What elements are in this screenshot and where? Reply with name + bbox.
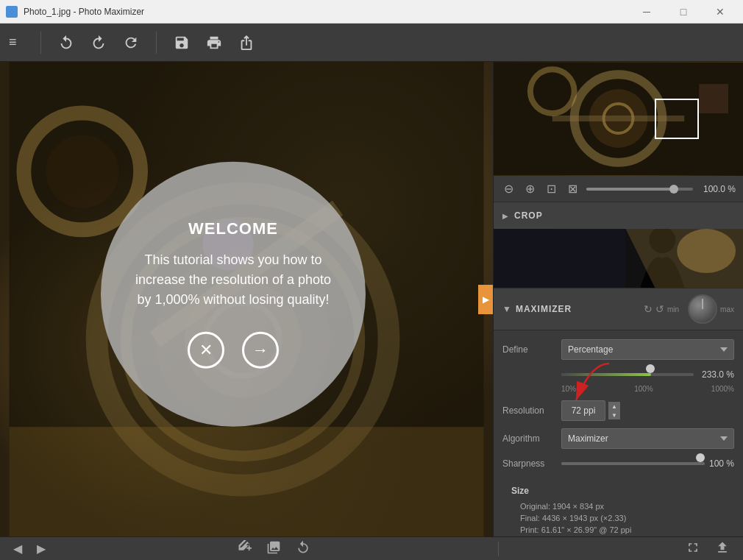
maximizer-reset-icon[interactable]: ↺: [655, 303, 664, 315]
menu-button[interactable]: ≡: [9, 35, 17, 50]
sharpness-value: 100 %: [705, 458, 734, 469]
maximizer-section: ▼ MAXIMIZER ↻ ↺ min max Define Pe: [494, 288, 743, 536]
maximizer-knob[interactable]: [688, 294, 717, 324]
sharpness-label: Sharpness: [502, 458, 561, 469]
svg-rect-7: [10, 427, 484, 536]
title-bar: Photo_1.jpg - Photo Maximizer ─ □ ✕: [0, 0, 743, 24]
preview-thumbnail[interactable]: [494, 62, 743, 176]
rotate-button[interactable]: [291, 539, 315, 559]
tutorial-next-button[interactable]: →: [242, 332, 279, 369]
define-label: Define: [502, 344, 561, 355]
export-result-icon: [715, 540, 730, 555]
final-size-row: Final: 4436 × 1943 px (×2.33): [511, 514, 725, 522]
maximizer-labels: ↻ ↺ min max: [644, 294, 734, 324]
zoom-slider-thumb: [669, 185, 678, 194]
panel-scroll-arrow[interactable]: ▶: [478, 285, 493, 314]
define-row: Define Percentage: [502, 339, 734, 360]
prev-image-button[interactable]: ◀: [9, 540, 26, 557]
save-icon: [174, 35, 190, 51]
add-photo-icon: [237, 540, 252, 555]
resolution-up-button[interactable]: ▲: [608, 402, 620, 411]
next-image-button[interactable]: ▶: [32, 540, 50, 557]
maximizer-min-label: min: [667, 305, 679, 313]
resolution-input-wrap: ▲ ▼: [561, 400, 620, 421]
sharpness-row: Sharpness 100 %: [502, 456, 734, 471]
toolbar: ≡: [0, 24, 743, 62]
original-value: 1904 × 834 px: [552, 502, 604, 511]
add-photo-button[interactable]: [232, 539, 256, 559]
resolution-input[interactable]: [561, 400, 605, 421]
maximizer-refresh-icon[interactable]: ↻: [644, 303, 653, 315]
sharpness-slider[interactable]: [561, 456, 705, 471]
bottom-tools-right: [681, 539, 734, 559]
save-button[interactable]: [168, 29, 195, 56]
close-button[interactable]: ✕: [703, 0, 737, 24]
percentage-value: 233.0 %: [694, 369, 734, 380]
algorithm-row: Algorithm Maximizer: [502, 428, 734, 449]
export-icon: [238, 35, 255, 51]
rotate-icon: [296, 540, 310, 555]
print-button[interactable]: [201, 29, 227, 56]
crop-preview: [494, 229, 743, 288]
redo-icon: [90, 35, 107, 51]
redo-button[interactable]: [85, 29, 112, 56]
tutorial-close-button[interactable]: ✕: [188, 332, 224, 369]
main-layout: WELCOME This tutorial shows you how to i…: [0, 62, 743, 536]
bottom-separator: [498, 542, 499, 556]
undo-button[interactable]: [53, 29, 79, 56]
print-size-row: Print: 61.61" × 26.99" @ 72 ppi: [511, 525, 725, 534]
size-section: Size Original: 1904 × 834 px Final: 4436…: [502, 478, 734, 536]
svg-point-22: [677, 229, 736, 273]
tutorial-title: WELCOME: [188, 219, 278, 238]
knob-indicator: [702, 299, 703, 309]
thumbnail-selector[interactable]: [655, 99, 699, 139]
crop-preview-graphic: [494, 229, 743, 288]
maximizer-content: Define Percentage 233.0 %: [494, 330, 743, 536]
pct-label-100: 100%: [634, 385, 653, 393]
fit-width-button[interactable]: ⊠: [565, 180, 580, 197]
crop-header[interactable]: ▶ CROP: [494, 202, 743, 229]
canvas-area[interactable]: WELCOME This tutorial shows you how to i…: [0, 62, 493, 536]
zoom-out-button[interactable]: ⊖: [501, 180, 516, 197]
photo-gallery-button[interactable]: [262, 539, 285, 559]
pct-label-1000: 1000%: [711, 385, 734, 393]
redo2-button[interactable]: [118, 29, 144, 56]
zoom-slider[interactable]: [586, 188, 693, 191]
original-label: Original:: [520, 502, 550, 511]
print-icon: [206, 35, 222, 51]
tutorial-overlay: WELCOME This tutorial shows you how to i…: [101, 161, 366, 426]
svg-rect-29: [249, 545, 250, 550]
bottom-tools: [232, 539, 315, 559]
zoom-slider-track: [586, 188, 672, 191]
sharpness-thumb: [696, 453, 705, 462]
maximizer-collapse-icon: ▼: [502, 304, 511, 314]
crop-title: CROP: [514, 210, 734, 221]
percentage-track: [561, 373, 694, 376]
maximizer-header[interactable]: ▼ MAXIMIZER ↻ ↺ min max: [494, 288, 743, 330]
crop-arrow-icon: ▶: [502, 212, 508, 220]
tutorial-text: This tutorial shows you how to increase …: [130, 250, 336, 310]
fit-view-button[interactable]: [681, 539, 705, 559]
resolution-down-button[interactable]: ▼: [608, 411, 620, 419]
resolution-label: Resolution: [502, 405, 561, 416]
export-result-button[interactable]: [711, 539, 734, 559]
minimize-button[interactable]: ─: [630, 0, 664, 24]
algorithm-select[interactable]: Maximizer: [561, 428, 734, 449]
sharpness-fill: [561, 462, 705, 465]
percentage-slider[interactable]: [561, 367, 694, 382]
percentage-fill: [561, 373, 651, 376]
export-button[interactable]: [233, 29, 260, 56]
percentage-thumb: [646, 364, 655, 373]
fit-page-button[interactable]: ⊡: [544, 180, 559, 197]
define-select[interactable]: Percentage: [561, 339, 734, 360]
maximize-button[interactable]: □: [666, 0, 700, 24]
final-label: Final:: [520, 514, 540, 522]
toolbar-separator-2: [156, 32, 157, 54]
fit-view-icon: [686, 540, 700, 555]
print-value: 61.61" × 26.99" @ 72 ppi: [541, 525, 632, 534]
maximizer-max-label: max: [720, 305, 734, 313]
thumb-graphic: [494, 62, 743, 176]
thumbnail-image: [494, 62, 743, 176]
redo2-icon: [123, 35, 139, 51]
zoom-in-button[interactable]: ⊕: [522, 180, 538, 197]
